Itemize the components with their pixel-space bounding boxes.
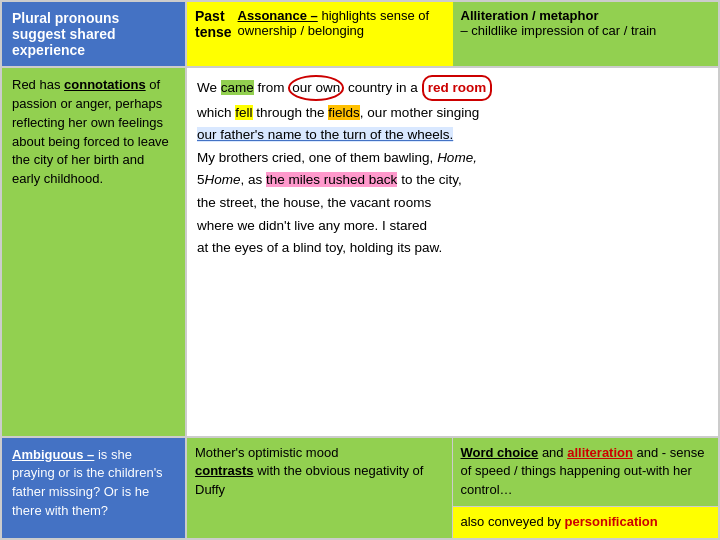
- assonance-box: Pasttense Assonance – highlights sense o…: [187, 2, 453, 66]
- which-text: which: [197, 105, 235, 120]
- poem-line-4: My brothers cried, one of them bawling, …: [197, 147, 708, 169]
- city-text: to the city,: [397, 172, 461, 187]
- contrasts-text: contrasts: [195, 463, 254, 478]
- brothers-text: My brothers cried, one of them bawling,: [197, 150, 437, 165]
- alliteration-title: Alliteration / metaphor: [461, 8, 599, 23]
- word-choice-box: Word choice and alliteration and - sense…: [453, 438, 719, 508]
- miles-highlight: the miles rushed back: [266, 172, 397, 187]
- fields-highlight: fields: [328, 105, 360, 120]
- fell-highlight: fell: [235, 105, 252, 120]
- home-italic: Home,: [437, 150, 477, 165]
- our-own-circle: our own: [288, 75, 344, 101]
- assonance-content: Assonance – highlights sense of ownershi…: [238, 8, 445, 38]
- poem-line-8: at the eyes of a blind toy, holding its …: [197, 237, 708, 259]
- also-conveyed-box: also conveyed by personification: [453, 507, 719, 538]
- also-conveyed-text: also conveyed by: [461, 514, 561, 529]
- home-italic-2: Home: [205, 172, 241, 187]
- top-right-panel: Pasttense Assonance – highlights sense o…: [186, 1, 719, 67]
- red-room-box: red room: [422, 75, 493, 101]
- poem-line-3: our father's name to the turn of the whe…: [197, 124, 708, 146]
- through-text: through the: [253, 105, 329, 120]
- poem-line-2: which fell through the fields, our mothe…: [197, 102, 708, 124]
- mid-left-panel: Red has connotations of passion or anger…: [1, 67, 186, 437]
- and-text: and: [538, 445, 567, 460]
- word-choice-column: Word choice and alliteration and - sense…: [453, 438, 719, 538]
- alliteration-inline: alliteration: [567, 445, 633, 460]
- as-text: , as: [241, 172, 267, 187]
- red-has-text: Red has: [12, 77, 64, 92]
- personification-text: personification: [565, 514, 658, 529]
- our-mother-text: , our mother singing: [360, 105, 479, 120]
- poem-line-5: 5Home, as the miles rushed back to the c…: [197, 169, 708, 191]
- came-highlight: came: [221, 80, 254, 95]
- page-container: Plural pronouns suggest shared experienc…: [0, 0, 720, 540]
- father-line-highlight: our father's name to the turn of the whe…: [197, 127, 453, 142]
- mothers-mood-text: Mother's optimistic mood: [195, 445, 338, 460]
- poem-line-7: where we didn't live any more. I stared: [197, 215, 708, 237]
- alliteration-body: – childlike impression of car / train: [461, 23, 657, 38]
- assonance-title: Assonance –: [238, 8, 318, 23]
- plural-pronouns-box: Plural pronouns suggest shared experienc…: [1, 1, 186, 67]
- we-text: We: [197, 80, 221, 95]
- word-choice-label: Word choice: [461, 445, 539, 460]
- plural-pronouns-text: Plural pronouns suggest shared experienc…: [12, 10, 175, 58]
- mid-left-body: of passion or anger, perhaps reflecting …: [12, 77, 169, 186]
- connotations-text: connotations: [64, 77, 146, 92]
- five-text: 5: [197, 172, 205, 187]
- past-tense-label: Pasttense: [195, 8, 232, 40]
- bot-right-panel: Mother's optimistic mood contrasts with …: [186, 437, 719, 539]
- mothers-mood-box: Mother's optimistic mood contrasts with …: [187, 438, 453, 538]
- poem-line-6: the street, the house, the vacant rooms: [197, 192, 708, 214]
- from-text: from: [254, 80, 289, 95]
- country-text: country in a: [344, 80, 421, 95]
- poem-line-1: We came from our own country in a red ro…: [197, 75, 708, 101]
- poem-panel: We came from our own country in a red ro…: [186, 67, 719, 437]
- ambiguous-label: Ambiguous –: [12, 447, 94, 462]
- bot-left-panel: Ambiguous – is she praying or is the chi…: [1, 437, 186, 539]
- alliteration-box: Alliteration / metaphor – childlike impr…: [453, 2, 719, 66]
